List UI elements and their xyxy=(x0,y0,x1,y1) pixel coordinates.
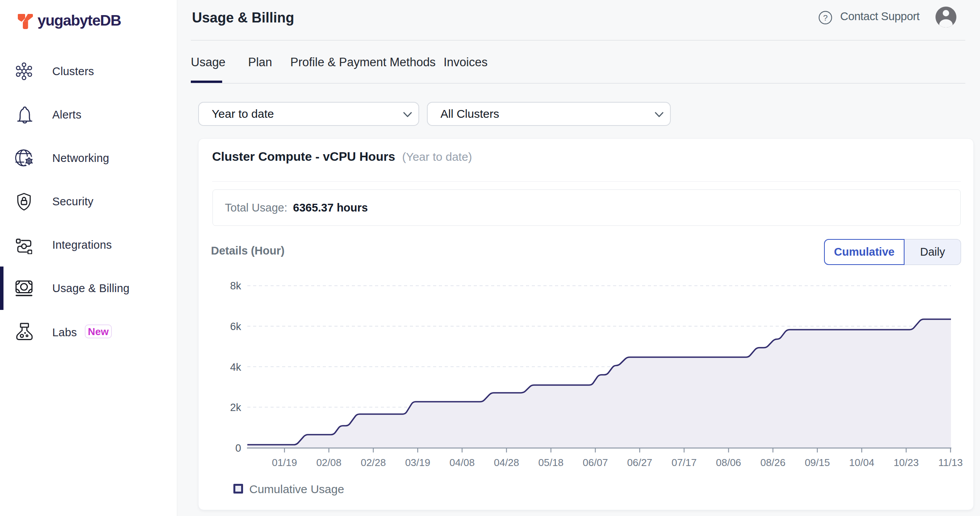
svg-text:?: ? xyxy=(823,13,828,22)
svg-text:02/28: 02/28 xyxy=(361,457,386,468)
svg-text:02/08: 02/08 xyxy=(316,457,341,468)
svg-text:0: 0 xyxy=(235,442,241,454)
svg-text:08/06: 08/06 xyxy=(716,457,741,468)
svg-text:06/27: 06/27 xyxy=(627,457,652,468)
svg-text:03/19: 03/19 xyxy=(405,457,430,468)
svg-text:09/15: 09/15 xyxy=(805,457,830,468)
svg-text:04/28: 04/28 xyxy=(494,457,519,468)
svg-text:07/17: 07/17 xyxy=(672,457,697,468)
svg-text:6k: 6k xyxy=(230,321,241,332)
svg-text:01/19: 01/19 xyxy=(272,457,297,468)
svg-text:4k: 4k xyxy=(230,361,241,373)
svg-text:2k: 2k xyxy=(230,402,241,413)
svg-text:08/26: 08/26 xyxy=(760,457,785,468)
svg-text:10/23: 10/23 xyxy=(894,457,919,468)
svg-text:10/04: 10/04 xyxy=(849,457,874,468)
svg-text:yugabyteDB: yugabyteDB xyxy=(38,14,121,29)
svg-text:05/18: 05/18 xyxy=(538,457,564,468)
svg-text:06/07: 06/07 xyxy=(583,457,608,468)
svg-text:8k: 8k xyxy=(230,280,241,292)
svg-text:04/08: 04/08 xyxy=(449,457,475,468)
svg-text:11/13: 11/13 xyxy=(938,457,963,468)
